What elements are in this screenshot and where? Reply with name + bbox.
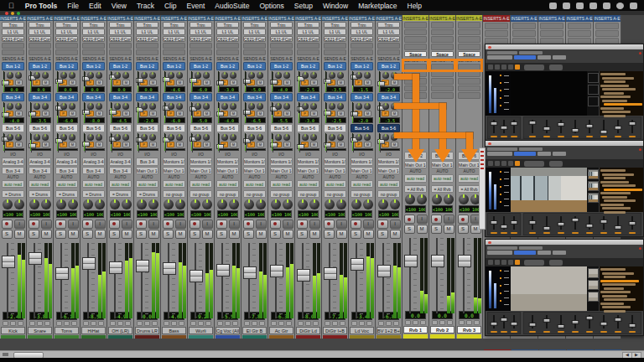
pan-knob-right[interactable]	[14, 199, 24, 209]
group-assignment[interactable]: = All Rvb	[404, 185, 427, 193]
slider-cap[interactable]	[586, 224, 594, 228]
insert-slot-empty[interactable]	[324, 49, 346, 55]
insert-slot-trim[interactable]: Trim	[109, 22, 132, 28]
pan-knob-right[interactable]	[309, 199, 319, 209]
output-path-selector[interactable]: Main Out 1-2	[324, 167, 346, 174]
view-button[interactable]	[524, 161, 544, 167]
slider-cap[interactable]	[557, 222, 564, 226]
track-selector[interactable]	[487, 246, 517, 250]
pan-knob-left[interactable]	[271, 199, 281, 209]
delay-widget[interactable]	[125, 321, 131, 325]
level-slider[interactable]	[489, 313, 499, 333]
view-button[interactable]	[549, 65, 563, 70]
input-monitor-button[interactable]: I	[148, 220, 159, 229]
volume-fader[interactable]	[54, 240, 80, 312]
volume-fader[interactable]	[161, 240, 187, 312]
input-path-selector[interactable]: Analog 3-4	[82, 158, 105, 165]
send-mini-fader[interactable]	[82, 102, 83, 123]
insert-slot-empty[interactable]	[377, 49, 400, 55]
pan-knob-right[interactable]	[256, 199, 266, 209]
insert-slot-empty[interactable]	[324, 43, 346, 49]
space-plugin-window-1[interactable]	[485, 44, 644, 141]
volume-fader[interactable]	[295, 240, 321, 312]
send-mini-fader[interactable]	[216, 102, 217, 123]
send-mini-fader[interactable]	[270, 71, 271, 92]
fader-mode-widget[interactable]	[110, 321, 116, 325]
send-pan-knob-right[interactable]	[310, 134, 317, 141]
delay-widget[interactable]	[98, 321, 104, 325]
fader-cap[interactable]	[163, 262, 176, 275]
input-monitor-button[interactable]: I	[68, 220, 79, 229]
send-assign-button[interactable]: Bus 5-6	[109, 124, 132, 132]
send-mute-button[interactable]: M	[96, 111, 103, 116]
send-assign-button[interactable]: Bus 5-6	[351, 124, 373, 132]
slider-cap[interactable]	[586, 124, 594, 128]
record-enable-button[interactable]	[216, 220, 227, 229]
volume-fader[interactable]	[188, 240, 214, 312]
pan-knob-left[interactable]	[110, 199, 120, 209]
group-assignment[interactable]: no group	[324, 190, 346, 198]
send-mute-button[interactable]: M	[283, 80, 291, 85]
parameter-slider[interactable]	[626, 215, 640, 234]
delay-widget[interactable]	[71, 321, 77, 325]
solo-button[interactable]: S	[82, 230, 93, 239]
volume-fader[interactable]	[0, 240, 26, 312]
delay-widget[interactable]	[393, 321, 399, 325]
send-mute-button[interactable]: M	[203, 142, 210, 147]
send-pan-knob-right[interactable]	[96, 134, 102, 141]
send-mute-button[interactable]: M	[42, 111, 49, 116]
browser-item[interactable]	[600, 291, 631, 293]
solo-button[interactable]: S	[136, 230, 147, 239]
send-pan-knob-right[interactable]	[203, 72, 210, 79]
send-mini-fader[interactable]	[324, 102, 325, 123]
fader-mode-widget[interactable]	[29, 321, 35, 325]
menu-item-clip[interactable]: Clip	[159, 2, 182, 10]
send-mute-button[interactable]: M	[283, 111, 291, 116]
plugin-title-bar[interactable]	[486, 44, 643, 49]
send-mini-fader[interactable]	[270, 133, 271, 151]
send-mini-fader[interactable]	[377, 102, 378, 123]
insert-slot-trim[interactable]: Trim	[351, 22, 373, 28]
insert-slot-c621-fcond[interactable]: C621-FCond	[29, 36, 51, 42]
send-assign-button[interactable]: Bus 1-2	[82, 62, 105, 70]
bypass-button[interactable]	[538, 55, 551, 59]
send-pan-knob-right[interactable]	[203, 103, 210, 110]
send-mini-fader[interactable]	[29, 102, 29, 123]
browser-item[interactable]	[602, 306, 631, 308]
send-pan-knob-right[interactable]	[257, 72, 263, 79]
send-assign-button[interactable]: Bus 3-4	[55, 93, 78, 101]
fader-cap[interactable]	[243, 266, 257, 279]
send-pan-knob-left[interactable]	[382, 103, 389, 110]
insert-slot-empty[interactable]	[163, 43, 185, 49]
send-pan-knob-right[interactable]	[310, 103, 317, 110]
group-assignment[interactable]: no group	[216, 190, 239, 198]
fader-mode-widget[interactable]	[351, 321, 357, 325]
send-mini-fader[interactable]	[163, 102, 164, 123]
send-assign-button[interactable]: Bus 5-6	[163, 124, 185, 132]
insert-slot-c621-fcond[interactable]: C621-FCond	[270, 36, 293, 42]
output-path-selector[interactable]: Bus 3-4	[55, 167, 78, 174]
send-mini-fader[interactable]	[2, 133, 3, 151]
send-pan-knob-left[interactable]	[356, 72, 362, 79]
mute-button[interactable]: M	[14, 230, 25, 239]
insert-slot-l1-ul[interactable]: L1 UL	[2, 28, 24, 34]
toolbar-icon[interactable]	[501, 161, 506, 166]
send-pan-knob-left[interactable]	[87, 134, 94, 141]
send-mini-fader[interactable]	[109, 133, 110, 151]
insert-slot-trim[interactable]: Trim	[55, 22, 78, 28]
automation-mode-button[interactable]: auto read	[351, 180, 373, 188]
solo-button[interactable]: S	[404, 225, 415, 234]
send-mute-button[interactable]: M	[42, 80, 49, 85]
insert-slot-empty[interactable]	[404, 29, 427, 36]
insert-slot-l1-ul[interactable]: L1 UL	[55, 28, 78, 34]
send-mini-fader[interactable]	[55, 71, 56, 92]
input-path-selector[interactable]: Monitors 1/2	[216, 158, 239, 165]
send-pan-knob-left[interactable]	[248, 103, 255, 110]
input-path-selector[interactable]: Monitors 1/2	[190, 158, 212, 165]
fader-mode-widget[interactable]	[325, 321, 330, 325]
insert-slot-c621-fcond[interactable]: C621-FCond	[2, 36, 24, 42]
output-path-selector[interactable]: Main Out 1-2	[163, 167, 185, 174]
pan-mini-widget[interactable]	[332, 321, 338, 325]
send-mute-button[interactable]: M	[149, 80, 157, 85]
insert-slot-empty[interactable]	[297, 43, 319, 49]
